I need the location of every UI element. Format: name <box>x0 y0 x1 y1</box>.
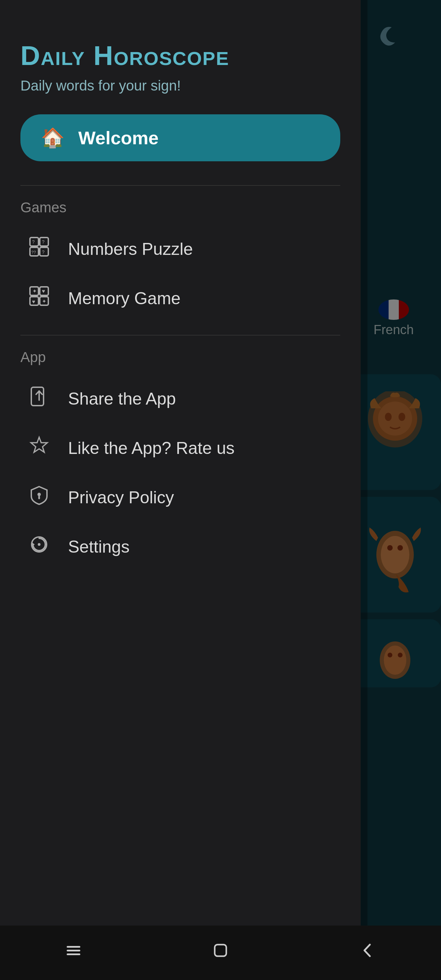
bottom-navigation <box>0 926 441 980</box>
puzzle-icon: ? ? ?? ? <box>27 236 51 262</box>
rate-us-label: Like the App? Rate us <box>68 438 234 458</box>
recent-apps-button[interactable] <box>62 939 85 967</box>
star-icon <box>27 435 51 461</box>
back-button[interactable] <box>356 939 379 967</box>
svg-text:♥: ♥ <box>42 288 45 294</box>
app-section-label: App <box>21 349 340 366</box>
menu-item-privacy[interactable]: Privacy Policy <box>21 474 340 520</box>
svg-rect-38 <box>31 387 43 406</box>
svg-rect-48 <box>67 953 80 955</box>
menu-item-memory-game[interactable]: ✦ ♥ ♥ ✦ Memory Game <box>21 275 340 321</box>
settings-icon <box>27 534 51 559</box>
menu-item-numbers-puzzle[interactable]: ? ? ?? ? Numbers Puzzle <box>21 226 340 272</box>
svg-text:?: ? <box>42 239 45 245</box>
numbers-puzzle-label: Numbers Puzzle <box>68 239 193 259</box>
welcome-label: Welcome <box>78 127 159 148</box>
svg-text:✦: ✦ <box>32 288 37 294</box>
svg-text:?: ? <box>32 239 35 245</box>
svg-point-41 <box>37 493 41 496</box>
home-nav-button[interactable] <box>209 939 232 967</box>
menu-item-settings[interactable]: Settings <box>21 524 340 570</box>
svg-point-45 <box>38 543 40 546</box>
svg-text:♥: ♥ <box>32 299 35 305</box>
navigation-drawer: Daily Horoscope Daily words for your sig… <box>0 0 361 980</box>
svg-text:✦: ✦ <box>42 298 46 304</box>
menu-item-rate[interactable]: Like the App? Rate us <box>21 425 340 471</box>
svg-marker-40 <box>31 437 47 452</box>
menu-item-share[interactable]: Share the App <box>21 375 340 422</box>
memory-game-icon: ✦ ♥ ♥ ✦ <box>27 285 51 311</box>
privacy-policy-label: Privacy Policy <box>68 488 174 508</box>
memory-game-label: Memory Game <box>68 288 181 308</box>
svg-rect-46 <box>67 946 80 948</box>
games-section-label: Games <box>21 199 340 216</box>
app-title: Daily Horoscope <box>21 41 340 71</box>
welcome-button[interactable]: 🏠 Welcome <box>21 115 340 161</box>
app-subtitle: Daily words for your sign! <box>21 78 340 94</box>
svg-text:?: ? <box>42 250 45 255</box>
svg-rect-49 <box>215 945 226 956</box>
svg-rect-42 <box>38 496 40 499</box>
share-icon <box>27 386 51 411</box>
shield-icon <box>27 485 51 510</box>
home-icon: 🏠 <box>41 127 65 149</box>
divider-app <box>21 335 340 336</box>
svg-rect-47 <box>67 950 80 951</box>
settings-label: Settings <box>68 537 130 557</box>
svg-text:??: ?? <box>31 250 36 255</box>
share-app-label: Share the App <box>68 389 176 409</box>
divider-games <box>21 185 340 186</box>
